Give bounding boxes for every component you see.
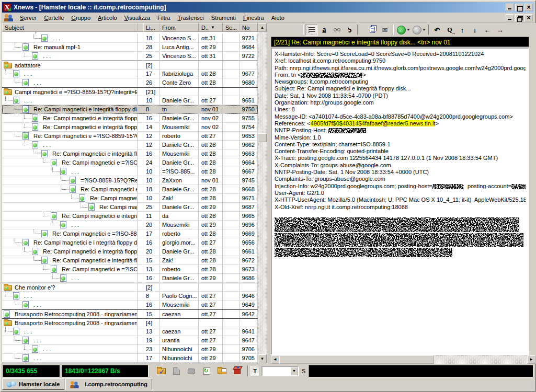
outbox-button[interactable] [215, 365, 228, 377]
menu-visualizza[interactable]: Visualizza [121, 14, 154, 22]
thread-row[interactable]: Re: Campi magnetici e i ntegrità floppy … [2, 238, 258, 247]
mark-read-button[interactable]: ✓ [155, 365, 167, 377]
next-unread-button[interactable]: Q [443, 24, 456, 36]
thread-row[interactable]: Re: Campi magnetici e integrità floppy..… [2, 123, 258, 132]
thread-row[interactable]: . . .16Mousemikiott 279649 [2, 301, 258, 309]
column-header-from[interactable]: From [159, 23, 199, 32]
next-thread-button[interactable]: → [494, 24, 506, 36]
column-header-sc[interactable]: Sc... [223, 23, 240, 32]
thread-row[interactable]: . . .20Mousemikiott 299696 [2, 221, 258, 229]
scroll-thumb[interactable] [258, 133, 267, 142]
email-reply-button[interactable]: ✉ [379, 24, 391, 36]
maximize-button[interactable] [515, 4, 523, 11]
rot13-button[interactable]: ʖ [343, 24, 356, 36]
menu-server[interactable]: Server [16, 14, 40, 22]
thread-row[interactable]: Re: Campi magn...25Daniele Gr...ott 2996… [2, 203, 258, 212]
column-header-subject[interactable]: Subject [2, 23, 138, 32]
forward-dropdown-icon[interactable] [423, 29, 426, 31]
thread-row[interactable]: . . .8Paolo Cogn...ott 279646 [2, 292, 258, 301]
view-source-button[interactable] [330, 24, 343, 36]
thread-row[interactable]: Re: manuali mpf-128Luca Antig...ott 2996… [2, 43, 258, 52]
thread-row[interactable]: Campi magnetici e =?ISO-8859-15?Q?integr… [2, 87, 258, 96]
mdi-restore-button[interactable] [515, 14, 523, 21]
thread-row[interactable]: Re: Campi magnetici e integrità floppy d… [2, 105, 258, 114]
scroll-track[interactable] [258, 32, 267, 354]
menu-articolo[interactable]: Articolo [94, 14, 121, 22]
thread-row[interactable]: . . .10=?ISO-885...ott 289667 [2, 167, 258, 176]
menu-strumenti[interactable]: Strumenti [208, 14, 240, 22]
previous-thread-button[interactable]: ← [481, 24, 494, 36]
show-headers-toggle-button[interactable] [305, 24, 318, 36]
thread-row[interactable]: . . .13caezanott 279641 [2, 327, 258, 336]
thread-row[interactable]: . . .18Vincenzo S...ott 319721 [2, 34, 258, 43]
menu-trasferisci[interactable]: Trasferisci [174, 14, 208, 22]
thread-row[interactable]: . . .25Vincenzo S...ott 319722 [2, 52, 258, 61]
thread-row[interactable]: Re: Campi magnetici e =...18Daniele Gr..… [2, 185, 258, 194]
scroll-up-icon[interactable]: ▲ [258, 23, 267, 32]
thread-row[interactable]: Brusaporto Retrocomputing 2008 - ringraz… [2, 318, 258, 327]
thread-row[interactable]: . . .26Conte Zeroott 289680 [2, 78, 258, 87]
column-header-d[interactable]: D..▼ [199, 23, 223, 32]
mark-unread-button[interactable]: ↶ [431, 24, 443, 36]
thread-row[interactable]: Re: Campi magnetici...10Zak!ott 289671 [2, 194, 258, 203]
thread-row[interactable]: adattatore[2] [2, 61, 258, 70]
thread-row[interactable]: . . .19urantiaott 279647 [2, 336, 258, 345]
copy-article-button[interactable] [366, 24, 379, 36]
thread-row[interactable]: . . .16Daniele Gr...ott 299686 [2, 274, 258, 283]
thread-row[interactable]: Re: Campi magnetici e integrità floppy..… [2, 247, 258, 256]
thread-row[interactable]: . . .10Daniele Gr...ott 279651 [2, 96, 258, 105]
column-header-li[interactable]: Li... [143, 23, 159, 32]
purge-button[interactable] [231, 365, 243, 377]
thread-row[interactable]: . . .12Daniele Gr...ott 289662 [2, 141, 258, 149]
thread-row[interactable] [2, 363, 258, 363]
menu-gruppo[interactable]: Gruppo [67, 14, 94, 22]
thread-row[interactable]: Re: Campi magnetici e =?ISO-...24Daniele… [2, 158, 258, 167]
thread-row[interactable]: Re: Campi magnetici e integrità...11daot… [2, 212, 258, 221]
decode-button[interactable] [185, 365, 198, 377]
menu-finestra[interactable]: Finestra [240, 14, 268, 22]
minimize-button[interactable] [506, 4, 514, 11]
refresh-button[interactable] [200, 365, 213, 377]
column-header-marker[interactable] [138, 23, 143, 32]
menu-aiuto[interactable]: Aiuto [268, 14, 288, 22]
thread-row[interactable]: Re: Campi magnetici e integrità floppy..… [2, 114, 258, 123]
forward-button[interactable]: → [411, 24, 427, 36]
font-charset-button[interactable]: a [318, 24, 330, 36]
article-horizontal-scrollbar[interactable]: ◄ ► [271, 355, 535, 364]
thread-row[interactable]: Brusaporto Retrocomputing 2008 - ringraz… [2, 309, 258, 318]
tab-newsgroup[interactable]: i.comp.retrocomputing [65, 378, 152, 390]
thread-row[interactable]: Re: Campi magnetici e =?ISO-885...17robe… [2, 229, 258, 238]
scroll-right-icon[interactable]: ► [527, 355, 535, 364]
cell-score [223, 319, 240, 327]
thread-row[interactable]: Re: Campi magnetici e =?ISO-8859-15?Q...… [2, 132, 258, 141]
scroll-track[interactable] [279, 355, 527, 364]
thread-row[interactable]: Re: Campi magnetici e integrità flo...16… [2, 149, 258, 158]
save-article-button[interactable] [170, 365, 183, 377]
thread-row[interactable]: Re: Campi magnetici e =?ISO-...13roberto… [2, 265, 258, 274]
thread-mode-button[interactable]: T [250, 366, 259, 376]
thread-vertical-scrollbar[interactable]: ▲ ▼ [258, 23, 267, 363]
menu-cartelle[interactable]: Cartelle [40, 14, 67, 22]
thread-row[interactable]: =?ISO-8859-15?Q?Re:_...10ZaXxonnov 01974… [2, 176, 258, 185]
scroll-left-icon[interactable]: ◄ [271, 355, 279, 364]
thread-row[interactable]: . . .17Nibunnoichiott 299705 [2, 354, 258, 363]
scroll-thumb[interactable] [279, 355, 434, 364]
tab-hamster-locale[interactable]: Hamster locale [2, 378, 64, 390]
redacted-text [301, 72, 362, 78]
thread-row[interactable]: Che monitor e'?[2] [2, 283, 258, 292]
thread-row[interactable]: . . .17ffabriziolugaott 289677 [2, 70, 258, 78]
thread-row[interactable]: . . .23Nibunnoichiott 299706 [2, 345, 258, 354]
column-header-no[interactable]: No [240, 23, 258, 32]
menu-filtra[interactable]: Filtra [154, 14, 174, 22]
mdi-close-button[interactable] [524, 14, 533, 21]
close-button[interactable] [524, 4, 533, 11]
thread-row[interactable]: Re: Campi magnetici e integrità flo...15… [2, 256, 258, 265]
back-button[interactable]: ← [395, 24, 411, 36]
next-article-button[interactable]: ↓ [469, 24, 481, 36]
scroll-down-icon[interactable]: ▼ [258, 354, 267, 363]
score-combobox[interactable]: ▼ [261, 366, 299, 376]
combo-dropdown-icon[interactable]: ▼ [290, 367, 298, 375]
back-dropdown-icon[interactable] [407, 29, 410, 31]
previous-article-button[interactable]: ↑ [456, 24, 469, 36]
mdi-minimize-button[interactable] [506, 14, 514, 21]
